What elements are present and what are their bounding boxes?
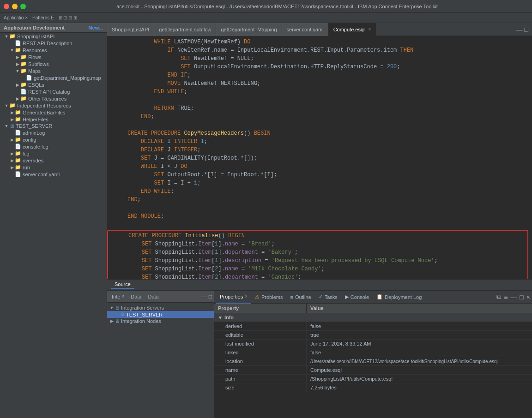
tab-server-conf[interactable]: server.conf.yaml — [282, 23, 329, 36]
prop-row-path: path /ShoppingListAPI/utils/Compute.esql — [214, 375, 532, 383]
tree-item-flows[interactable]: ▶ 📁 Flows — [0, 54, 107, 60]
new-window-icon[interactable]: ⧉ — [496, 293, 501, 301]
tab-close-icon[interactable]: × — [369, 27, 371, 32]
tab-deployment-log[interactable]: 📋 Deployment Log — [373, 291, 425, 304]
code-editor[interactable]: WHILE LASTMOVE(NewItemRef) DO IF NewItem… — [107, 36, 532, 279]
prop-row-editable: editable true — [214, 331, 532, 340]
close-props-icon[interactable]: × — [526, 293, 530, 301]
tab-inte[interactable]: Inte × — [109, 293, 127, 300]
window-title: ace-toolkit - ShoppingListAPI/utils/Comp… — [26, 4, 528, 9]
tab-outline[interactable]: ≡ Outline — [286, 291, 314, 304]
app-dev-header: Application Development New... — [0, 23, 107, 33]
code-line: END WHILE; — [107, 187, 532, 196]
code-line: WHILE I < J DO — [107, 162, 532, 171]
code-line — [107, 121, 532, 129]
minimize-bottom-left-icon[interactable]: — — [201, 293, 207, 300]
tab-problems[interactable]: ⚠ Problems — [251, 291, 286, 304]
tab-tasks[interactable]: ✓ Tasks — [315, 291, 341, 304]
app-dev-title: Application Development — [4, 25, 65, 30]
new-button[interactable]: New... — [89, 25, 103, 30]
maximize-bottom-left-icon[interactable]: □ — [209, 293, 212, 300]
bottom-left-tabbar: Inte × Data Data — □ — [107, 291, 214, 303]
tab-compute-esql[interactable]: Compute.esql × — [329, 23, 376, 36]
maximize-editor-icon[interactable]: □ — [525, 26, 528, 33]
code-line: END WHILE; — [107, 88, 532, 96]
tree-item-independent-resources[interactable]: ▼ 📁 Independent Resources — [0, 102, 107, 109]
tree-item-config[interactable]: ▶ 📁 config — [0, 136, 107, 143]
tree-item-rest-api-desc[interactable]: 📄 REST API Description — [0, 40, 107, 47]
tab-shoppinglistapi[interactable]: ShoppingListAPI — [107, 23, 154, 36]
tree-item-log[interactable]: ▶ 📁 log — [0, 150, 107, 157]
minimize-editor-icon[interactable]: — — [516, 26, 523, 33]
outline-icon: ≡ — [290, 294, 293, 300]
code-line: RETURN TRUE; — [107, 104, 532, 113]
prop-row-location: location /Users/rafaelosorio/IBM/ACET12/… — [214, 357, 532, 366]
tab-bar-actions: — □ — [516, 26, 532, 33]
code-line: IF NewItemRef.name = InputLocalEnvironme… — [107, 46, 532, 54]
tree-item-shoppinglistapi[interactable]: ▼ 📁 ShoppingListAPI — [0, 33, 107, 40]
integration-servers-item[interactable]: ▼ 🖥 Integration Servers — [107, 305, 214, 311]
code-line: DECLARE J INTEGER; — [107, 146, 532, 154]
minimize-props-icon[interactable]: — — [510, 293, 517, 301]
window-controls[interactable] — [4, 4, 26, 9]
tab-properties[interactable]: Properties × — [216, 291, 251, 304]
tree-item-getDept-map[interactable]: 📄 getDepartment_Mapping.map — [0, 74, 107, 81]
tab-console[interactable]: ▶ Console — [341, 291, 373, 304]
code-line — [107, 204, 532, 212]
tree-item-resources[interactable]: ▼ 📁 Resources — [0, 47, 107, 54]
tree-item-run[interactable]: ▶ 📁 run — [0, 164, 107, 171]
content-area: ShoppingListAPI getDepartment.subflow ge… — [107, 23, 532, 418]
properties-close-icon[interactable]: × — [245, 294, 248, 299]
tab-getDept-subflow[interactable]: getDepartment.subflow — [154, 23, 216, 36]
tab-getDept-mapping[interactable]: getDepartment_Mapping — [216, 23, 282, 36]
console-tab-label: Console — [351, 294, 369, 300]
source-tab-bar: Source — [107, 279, 532, 290]
tab-inte-close[interactable]: × — [121, 294, 124, 299]
code-line: MOVE NewItemRef NEXTSIBLING; — [107, 79, 532, 88]
minimize-button[interactable] — [12, 4, 18, 9]
bottom-left-actions: — □ — [201, 293, 212, 300]
tree-item-overrides[interactable]: ▶ 📁 overrides — [0, 157, 107, 164]
code-line: END; — [107, 113, 532, 121]
tab-data2[interactable]: Data — [145, 293, 161, 300]
code-line: SET NewItemRef = NULL; — [107, 54, 532, 63]
prop-row-derived: derived false — [214, 322, 532, 331]
tree-item-server-conf[interactable]: 📄 server.conf.yaml — [0, 171, 107, 178]
maximize-props-icon[interactable]: □ — [520, 293, 523, 301]
tree-item-consolelog[interactable]: 📄 console.log — [0, 143, 107, 150]
code-line: SET ShoppingList.Item[1].description = '… — [108, 257, 527, 265]
tree-item-adminlog[interactable]: 📄 adminLog — [0, 129, 107, 136]
code-line: CREATE PROCEDURE Initialise() BEGIN — [108, 232, 527, 240]
properties-table: Property Value ▼ Info derived false edit… — [214, 304, 532, 418]
tree-item-rest-api-catalog[interactable]: 📄 REST API Catalog — [0, 88, 107, 95]
bottom-left-panel: Inte × Data Data — □ — [107, 291, 214, 418]
highlighted-code-block: CREATE PROCEDURE Initialise() BEGIN SET … — [107, 230, 528, 279]
tab-data1[interactable]: Data — [128, 293, 144, 300]
left-sidebar: Application Development New... ▼ 📁 Shopp… — [0, 23, 107, 418]
prop-col-value: Value — [307, 304, 532, 313]
maximize-button[interactable] — [20, 4, 26, 9]
tree-item-test-server[interactable]: ▼ 🖥 TEST_SERVER — [0, 123, 107, 129]
integration-tree: ▼ 🖥 Integration Servers ⚙ TEST_SERVER ▶ … — [107, 303, 214, 326]
deployment-log-tab-label: Deployment Log — [385, 294, 422, 300]
integration-nodes-item[interactable]: ▶ 🖥 Integration Nodes — [107, 318, 214, 324]
code-line: SET ShoppingList.Item[1].department = 'B… — [108, 248, 527, 257]
close-button[interactable] — [4, 4, 9, 9]
source-tab[interactable]: Source — [111, 281, 134, 289]
editor-tab-bar: ShoppingListAPI getDepartment.subflow ge… — [107, 23, 532, 36]
tree-item-esqls[interactable]: ▶ 📁 ESQLs — [0, 81, 107, 88]
properties-tab-label: Properties — [220, 294, 243, 299]
toolbar-applicatio[interactable]: Applicatio × — [2, 15, 30, 20]
tree-item-generatedbarfiles[interactable]: ▶ 📁 GeneratedBarFiles — [0, 109, 107, 116]
main-container: Application Development New... ▼ 📁 Shopp… — [0, 23, 532, 418]
tree-item-other-resources[interactable]: ▶ 📁 Other Resources — [0, 95, 107, 102]
code-line: WHILE LASTMOVE(NewItemRef) DO — [107, 38, 532, 46]
code-line: END MODULE; — [107, 212, 532, 221]
test-server-item[interactable]: ⚙ TEST_SERVER — [107, 311, 214, 318]
tree-item-helperfiles[interactable]: ▶ 📁 HelperFiles — [0, 116, 107, 123]
tree-item-subflows[interactable]: ▶ 📁 Subflows — [0, 60, 107, 67]
code-line: END IF; — [107, 71, 532, 79]
filter-icon[interactable]: ≡ — [504, 293, 508, 301]
tree-item-maps[interactable]: ▼ 📁 Maps — [0, 67, 107, 74]
toolbar-patterns[interactable]: Patterns E — [30, 15, 56, 20]
